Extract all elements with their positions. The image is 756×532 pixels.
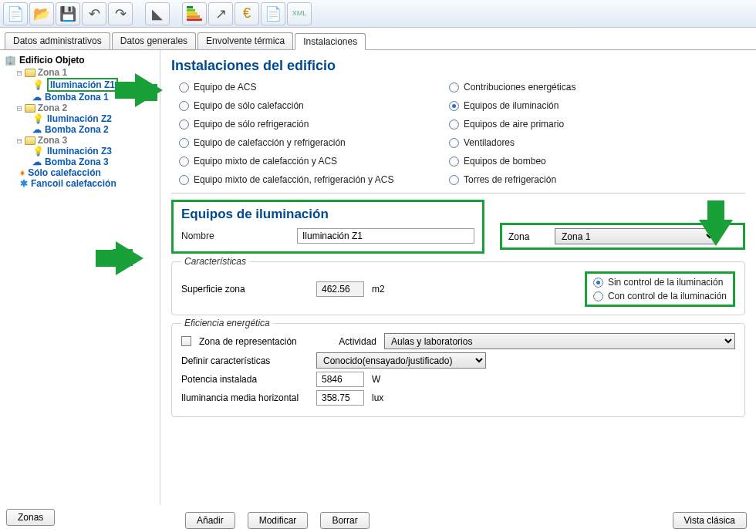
bulb-icon: 💡 bbox=[32, 79, 44, 90]
folder-icon bbox=[25, 136, 35, 145]
opt-contrib[interactable]: Contribuciones energéticas bbox=[449, 82, 704, 93]
pot-unit: W bbox=[372, 374, 380, 385]
flame-icon: ♦ bbox=[20, 167, 25, 178]
opt-calef-refrig[interactable]: Equipo de calefacción y refrigeración bbox=[179, 137, 449, 148]
improve-icon[interactable]: ↗ bbox=[208, 2, 233, 25]
add-button[interactable]: Añadir bbox=[185, 512, 235, 529]
tree-root-label: Edificio Objeto bbox=[19, 55, 85, 66]
xml-icon[interactable]: XML bbox=[287, 2, 312, 25]
opt-aire[interactable]: Equipos de aire primario bbox=[449, 119, 704, 130]
ilum-unit: lux bbox=[372, 392, 383, 403]
name-label: Nombre bbox=[181, 231, 289, 241]
delete-button[interactable]: Borrar bbox=[320, 512, 369, 529]
pump-icon: ☁ bbox=[32, 92, 42, 103]
tree-item-label: Bomba Zona 2 bbox=[45, 124, 109, 135]
ilum-label: Iluminancia media horizontal bbox=[181, 392, 309, 403]
building-icon: 🏢 bbox=[5, 55, 16, 66]
tree-item-fancoil[interactable]: ✱ Fancoil calefacción bbox=[2, 178, 158, 189]
tree-item-bomba-z2[interactable]: ☁ Bomba Zona 2 bbox=[2, 124, 158, 135]
folder-icon bbox=[25, 69, 35, 77]
pot-input[interactable] bbox=[316, 372, 364, 387]
tab-installations[interactable]: Instalaciones bbox=[295, 33, 366, 50]
tab-envelope[interactable]: Envolvente térmica bbox=[197, 32, 293, 49]
new-file-icon[interactable]: 📄 bbox=[3, 2, 28, 25]
opt-refrig[interactable]: Equipo de sólo refrigeración bbox=[179, 119, 449, 130]
panel-title: Equipos de iluminación bbox=[181, 207, 474, 222]
opt-bombeo[interactable]: Equipos de bombeo bbox=[449, 156, 704, 167]
opt-label: Con control de la iluminación bbox=[608, 291, 727, 301]
pump-icon: ☁ bbox=[32, 157, 42, 167]
zones-button[interactable]: Zonas bbox=[6, 509, 55, 526]
surface-input bbox=[316, 281, 364, 297]
tree-root[interactable]: 🏢 Edificio Objeto bbox=[2, 53, 158, 67]
tree-zone-label: Zona 2 bbox=[38, 103, 68, 113]
opt-mixto-all[interactable]: Equipo mixto de calefacción, refrigeraci… bbox=[179, 174, 449, 185]
equipment-type-group: Equipo de ACS Contribuciones energéticas… bbox=[171, 80, 745, 194]
caracteristicas-fieldset: Características Superficie zona m2 Sin c… bbox=[171, 261, 745, 315]
tab-admin[interactable]: Datos administrativos bbox=[5, 32, 110, 49]
cost-icon[interactable]: € bbox=[235, 2, 259, 25]
tree-zone-label: Zona 1 bbox=[38, 67, 68, 78]
name-highlight-box: Equipos de iluminación Nombre bbox=[171, 200, 484, 254]
pot-label: Potencia instalada bbox=[181, 374, 309, 385]
opt-label: Sin control de la iluminación bbox=[608, 277, 723, 288]
modify-button[interactable]: Modificar bbox=[248, 512, 309, 529]
opt-label: Torres de refrigeración bbox=[464, 174, 556, 185]
fan-icon: ✱ bbox=[20, 178, 28, 189]
tab-bar: Datos administrativos Datos generales En… bbox=[0, 28, 756, 50]
opt-sin-control[interactable]: Sin control de la iluminación bbox=[593, 277, 727, 288]
opt-label: Contribuciones energéticas bbox=[464, 82, 575, 93]
save-icon[interactable]: 💾 bbox=[56, 2, 80, 25]
name-input[interactable] bbox=[297, 228, 474, 244]
ilum-input[interactable] bbox=[316, 390, 364, 406]
redo-icon[interactable]: ↷ bbox=[108, 2, 133, 25]
opt-vent[interactable]: Ventiladores bbox=[449, 137, 704, 148]
library-icon[interactable]: ◣ bbox=[145, 2, 170, 25]
rep-checkbox[interactable] bbox=[181, 336, 191, 346]
tab-general[interactable]: Datos generales bbox=[112, 32, 196, 49]
opt-label: Equipos de iluminación bbox=[464, 100, 559, 111]
tree-item-solo-calef[interactable]: ♦ Sólo calefacción bbox=[2, 167, 158, 178]
opt-label: Equipo mixto de calefacción y ACS bbox=[194, 156, 337, 167]
tree-zone-3[interactable]: ⊟ Zona 3 bbox=[2, 135, 158, 146]
bulb-icon: 💡 bbox=[32, 113, 44, 124]
opt-label: Ventiladores bbox=[464, 137, 515, 148]
tree-item-label: Fancoil calefacción bbox=[31, 178, 116, 189]
activity-select[interactable]: Aulas y laboratorios bbox=[384, 333, 735, 349]
classic-view-button[interactable]: Vista clásica bbox=[673, 512, 747, 529]
opt-con-control[interactable]: Con control de la iluminación bbox=[593, 291, 727, 301]
opt-label: Equipo mixto de calefacción, refrigeraci… bbox=[194, 174, 393, 185]
pump-icon: ☁ bbox=[32, 124, 42, 135]
content-panel: Instalaciones del edificio Equipo de ACS… bbox=[160, 50, 756, 505]
energy-label-icon[interactable] bbox=[182, 2, 207, 25]
opt-label: Equipo de sólo refrigeración bbox=[194, 119, 309, 130]
tree-item-label: Iluminación Z3 bbox=[47, 146, 112, 157]
opt-ilum[interactable]: Equipos de iluminación bbox=[449, 100, 704, 111]
tree-item-label: Sólo calefacción bbox=[28, 167, 101, 178]
def-select[interactable]: Conocido(ensayado/justificado) bbox=[316, 352, 486, 369]
def-label: Definir características bbox=[181, 355, 309, 366]
opt-label: Equipo de calefacción y refrigeración bbox=[194, 137, 346, 148]
tree-item-bomba-z3[interactable]: ☁ Bomba Zona 3 bbox=[2, 157, 158, 167]
tree-item-label: Iluminación Z1 bbox=[47, 78, 118, 92]
undo-icon[interactable]: ↶ bbox=[82, 2, 106, 25]
opt-label: Equipo de ACS bbox=[194, 82, 256, 93]
opt-label: Equipo de sólo calefacción bbox=[194, 100, 304, 111]
tree-item-label: Bomba Zona 1 bbox=[45, 92, 109, 103]
tree-item-ilum-z3[interactable]: 💡 Iluminación Z3 bbox=[2, 146, 158, 157]
main-toolbar: 📄 📂 💾 ↶ ↷ ◣ ↗ € 📄 XML bbox=[0, 0, 756, 28]
opt-torres[interactable]: Torres de refrigeración bbox=[449, 174, 704, 185]
zone-select[interactable]: Zona 1 bbox=[555, 228, 717, 244]
folder-icon bbox=[25, 104, 35, 113]
open-folder-icon[interactable]: 📂 bbox=[29, 2, 54, 25]
surface-unit: m2 bbox=[372, 284, 385, 295]
opt-calef[interactable]: Equipo de sólo calefacción bbox=[179, 100, 449, 111]
zone-label: Zona bbox=[508, 231, 547, 242]
section-title: Instalaciones del edificio bbox=[171, 58, 745, 74]
report-icon[interactable]: 📄 bbox=[261, 2, 285, 25]
opt-acs[interactable]: Equipo de ACS bbox=[179, 82, 449, 93]
opt-mixto-acs[interactable]: Equipo mixto de calefacción y ACS bbox=[179, 156, 449, 167]
tree-item-ilum-z2[interactable]: 💡 Iluminación Z2 bbox=[2, 113, 158, 124]
tree-item-label: Iluminación Z2 bbox=[47, 113, 112, 124]
bulb-icon: 💡 bbox=[32, 146, 44, 157]
